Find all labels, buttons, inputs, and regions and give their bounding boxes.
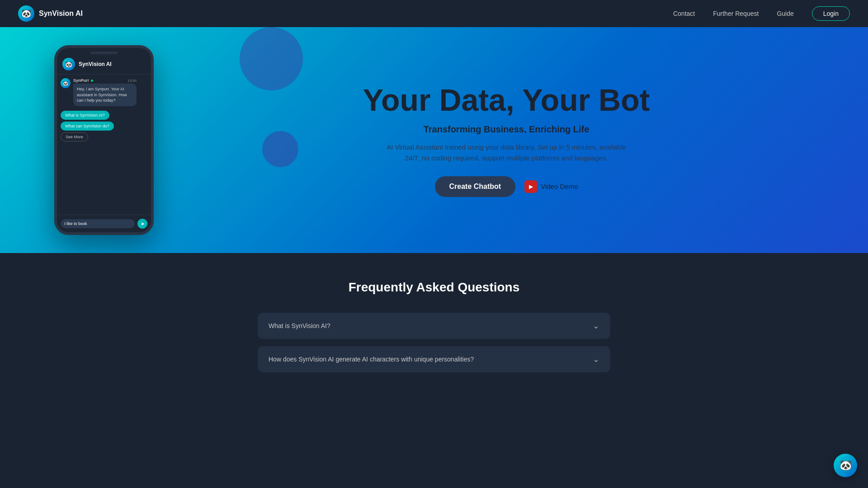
chat-widget-icon: 🐼 [840,460,852,471]
phone-frame: 🐼 SynVision AI 🐼 SynPurr 13:50 H [54,45,154,235]
phone-chat-area: 🐼 SynPurr 13:50 Hey, i am Synpurr. Your … [57,75,151,215]
create-chatbot-button[interactable]: Create Chatbot [435,176,516,197]
login-button[interactable]: Login [812,6,850,21]
faq-chevron-2: ⌄ [593,354,599,364]
hero-cta-row: Create Chatbot ▶ Video Demo [172,176,841,197]
chat-suggestions: What is SynVision AI? What can SynVision… [61,109,147,141]
chat-input-row: ➤ [57,215,151,232]
faq-item-2[interactable]: How does SynVision AI generate AI charac… [258,346,610,372]
logo-icon: 🐼 [18,5,34,22]
navbar: 🐼 SynVision AI Contact Further Request G… [0,0,868,27]
chat-timestamp: 13:50 [127,79,137,83]
suggestion-2-button[interactable]: What can SynVision do? [61,122,114,131]
hero-title: Your Data, Your Bot [172,83,841,117]
faq-list: What is SynVision AI? ⌄ How does SynVisi… [258,313,610,372]
phone-app-name: SynVision AI [79,61,112,67]
hero-description: AI Virtual Assistant trained using your … [380,142,633,164]
chat-send-button[interactable]: ➤ [137,219,147,229]
logo-text: SynVision AI [39,9,83,18]
chat-widget-button[interactable]: 🐼 [834,454,857,477]
see-more-button[interactable]: See More [61,132,88,141]
hero-subtitle: Transforming Business, Enriching Life [172,124,841,135]
video-demo-button[interactable]: ▶ Video Demo [524,180,578,193]
nav-further-request[interactable]: Further Request [713,10,759,17]
phone-mockup: 🐼 SynVision AI 🐼 SynPurr 13:50 H [54,45,154,235]
nav-links: Contact Further Request Guide Login [673,6,850,21]
faq-question-1: What is SynVision AI? [269,322,330,329]
bot-message-bubble: Hey, i am Synpurr. Your AI assistant in … [73,84,137,106]
logo[interactable]: 🐼 SynVision AI [18,5,83,22]
suggestion-1-button[interactable]: What is SynVision AI? [61,111,109,120]
faq-section: Frequently Asked Questions What is SynVi… [0,253,868,488]
youtube-icon: ▶ [524,180,537,193]
video-demo-label: Video Demo [541,183,578,190]
nav-guide[interactable]: Guide [777,10,793,17]
faq-item-1[interactable]: What is SynVision AI? ⌄ [258,313,610,339]
hero-text-area: Your Data, Your Bot Transforming Busines… [154,83,841,197]
nav-contact[interactable]: Contact [673,10,695,17]
faq-chevron-1: ⌄ [593,321,599,331]
decorative-circle-large [240,27,303,90]
bot-name: SynPurr [73,78,89,83]
hero-section: 🐼 SynVision AI 🐼 SynPurr 13:50 H [0,0,868,253]
phone-header: 🐼 SynVision AI [57,54,151,75]
faq-question-2: How does SynVision AI generate AI charac… [269,356,474,363]
bot-online-dot [91,80,93,82]
bot-avatar: 🐼 [61,78,71,88]
phone-app-avatar: 🐼 [62,58,75,70]
chat-bot-message: 🐼 SynPurr 13:50 Hey, i am Synpurr. Your … [61,78,147,106]
chat-input-field[interactable] [61,219,135,228]
faq-title: Frequently Asked Questions [18,280,850,295]
